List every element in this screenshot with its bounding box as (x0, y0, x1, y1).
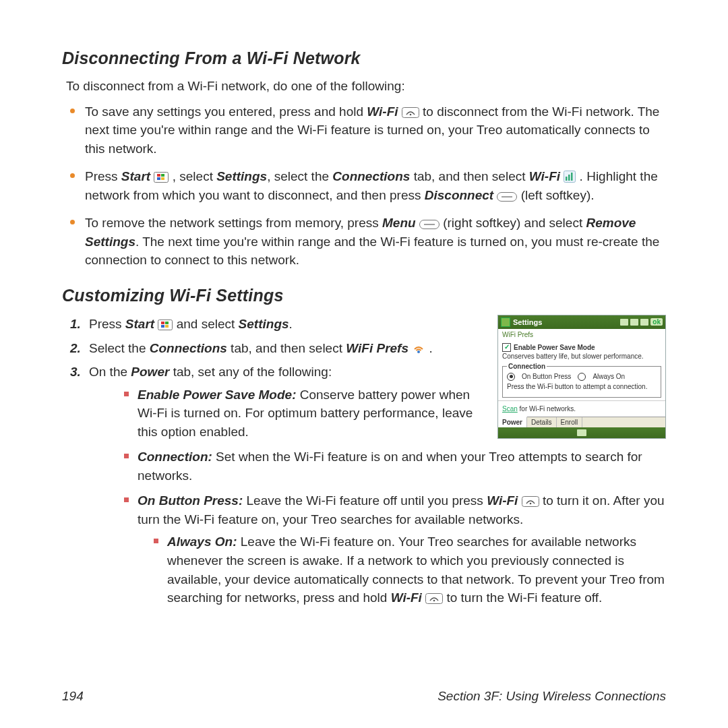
section-label: Section 3F: Using Wireless Connections (437, 689, 666, 704)
text: To remove the network settings from memo… (85, 216, 382, 230)
list-item: On Button Press: Leave the Wi-Fi feature… (123, 491, 666, 607)
svg-point-22 (529, 503, 531, 505)
wifi-label: Wi-Fi (487, 493, 518, 508)
text: (left softkey). (517, 188, 594, 202)
list-item: Press Start , select Settings, select th… (66, 167, 666, 204)
list-item: Enable Power Save Mode: Conserve battery… (123, 386, 666, 442)
heading-customizing: Customizing Wi-Fi Settings (62, 286, 666, 305)
option-title: On Button Press: (138, 493, 243, 508)
page-number: 194 (62, 689, 84, 704)
svg-rect-10 (571, 173, 573, 181)
svg-point-1 (410, 113, 412, 115)
wifi-settings-icon (564, 171, 576, 183)
wifi-key-icon (425, 593, 443, 604)
heading-disconnecting: Disconnecting From a Wi-Fi Network (62, 49, 666, 68)
svg-rect-19 (165, 325, 169, 328)
wifi-label: Wi-Fi (391, 590, 422, 605)
softkey-icon (419, 220, 439, 229)
wifi-label: Wi-Fi (367, 104, 398, 119)
svg-rect-21 (522, 497, 539, 507)
softkey-icon (497, 192, 517, 202)
text: , select (169, 169, 216, 183)
list-item: Connection: Set when the Wi-Fi feature i… (123, 448, 666, 485)
wifi-prefs-icon (412, 342, 425, 355)
svg-point-24 (433, 600, 435, 602)
text: , select the (267, 169, 332, 183)
windows-start-icon (154, 172, 169, 183)
start-label: Start (121, 169, 150, 183)
text: to turn the Wi-Fi feature off. (443, 590, 602, 605)
text: tab, and then select (227, 341, 346, 355)
text: Press (85, 169, 121, 183)
list-item: Select the Connections tab, and then sel… (66, 339, 666, 358)
svg-rect-23 (426, 594, 443, 604)
svg-point-20 (417, 351, 420, 353)
text: To save any settings you entered, press … (85, 104, 367, 119)
svg-rect-17 (165, 322, 169, 324)
option-title: Connection: (138, 450, 212, 464)
windows-start-icon (158, 320, 173, 330)
text: tab, set any of the following: (169, 365, 332, 379)
text: . (425, 341, 433, 355)
text: (right softkey) and select (439, 216, 586, 230)
text: Press (89, 317, 125, 331)
on-button-press-list: On Button Press: Leave the Wi-Fi feature… (123, 491, 666, 607)
svg-rect-5 (157, 177, 160, 180)
option-title: Always On: (167, 535, 237, 549)
settings-label: Settings (216, 169, 267, 183)
svg-rect-4 (161, 174, 164, 177)
intro-text: To disconnect from a Wi-Fi network, do o… (66, 78, 666, 96)
start-label: Start (125, 317, 154, 331)
text: Set when the Wi-Fi feature is on and whe… (138, 450, 642, 483)
wifi-key-icon (402, 107, 419, 118)
svg-rect-18 (161, 325, 164, 328)
svg-rect-8 (566, 177, 568, 181)
wifi-label: Wi-Fi (529, 169, 560, 183)
text: . The next time you're within range and … (85, 235, 659, 268)
list-item: To save any settings you entered, press … (66, 102, 666, 158)
svg-rect-16 (161, 322, 164, 324)
text: and select (173, 317, 238, 331)
text: Leave the Wi-Fi feature off until you pr… (243, 493, 487, 508)
wifi-prefs-label: WiFi Prefs (346, 341, 408, 355)
list-item: Always On: Leave the Wi-Fi feature on. Y… (152, 533, 666, 607)
disconnect-label: Disconnect (425, 188, 493, 202)
settings-label: Settings (239, 317, 289, 331)
text: tab, and then select (410, 169, 528, 183)
wifi-key-icon (522, 496, 539, 507)
list-item: Press Start and select Settings. (66, 315, 666, 334)
svg-rect-0 (402, 107, 419, 117)
list-item: On the Power tab, set any of the followi… (66, 363, 666, 607)
svg-rect-9 (568, 175, 570, 181)
svg-rect-3 (157, 174, 160, 177)
text: Select the (89, 341, 150, 355)
menu-label: Menu (382, 216, 416, 230)
list-item: To remove the network settings from memo… (66, 214, 666, 270)
disconnect-bullet-list: To save any settings you entered, press … (66, 102, 666, 270)
always-on-sublist: Always On: Leave the Wi-Fi feature on. Y… (152, 533, 666, 607)
svg-rect-6 (161, 177, 164, 180)
connections-label: Connections (332, 169, 410, 183)
option-title: Enable Power Save Mode: (138, 388, 296, 402)
page-footer: 194 Section 3F: Using Wireless Connectio… (62, 689, 666, 704)
connections-label: Connections (150, 341, 227, 355)
power-tab-label: Power (131, 365, 169, 379)
text: . (289, 317, 293, 331)
text: On the (89, 365, 131, 379)
power-options-list: Enable Power Save Mode: Conserve battery… (123, 386, 666, 485)
